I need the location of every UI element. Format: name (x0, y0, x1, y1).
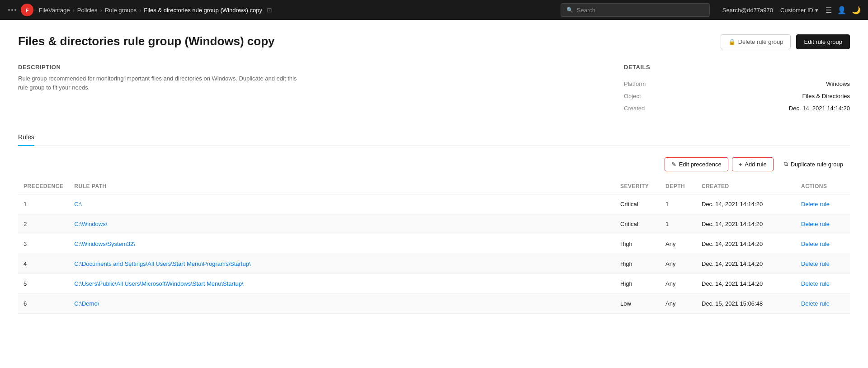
nav-icons: ☰ 👤 🌙 (826, 6, 861, 14)
info-section: Description Rule group recommended for m… (18, 64, 850, 114)
delete-rule-link[interactable]: Delete rule (801, 300, 830, 307)
customer-id-dropdown[interactable]: Customer ID ▾ (780, 7, 818, 14)
cell-rule-path: C:\Demo\ (69, 294, 615, 314)
customer-id-caret-icon: ▾ (815, 7, 818, 14)
cell-severity: Critical (615, 214, 660, 234)
edit-rule-group-label: Edit rule group (804, 38, 842, 45)
delete-rule-group-button[interactable]: 🔒 Delete rule group (721, 34, 791, 49)
cell-depth: Any (660, 274, 696, 294)
object-label: Object (624, 93, 641, 99)
chat-icon[interactable]: ☰ (826, 6, 832, 14)
platform-value: Windows (826, 80, 850, 87)
topnav-right: Search@dd77a970 Customer ID ▾ ☰ 👤 🌙 (722, 6, 861, 14)
cell-rule-path: C:\ (69, 194, 615, 214)
detail-platform: Platform Windows (624, 78, 850, 90)
page-header: Files & directories rule group (Windows)… (18, 34, 850, 49)
edit-pencil-icon: ✎ (671, 161, 676, 168)
th-depth: Depth (660, 179, 696, 194)
cell-precedence: 6 (18, 294, 69, 314)
tab-rules[interactable]: Rules (18, 129, 34, 146)
cell-severity: High (615, 234, 660, 254)
cell-created: Dec. 14, 2021 14:14:20 (696, 274, 796, 294)
delete-rule-link[interactable]: Delete rule (801, 260, 830, 267)
duplicate-rule-group-button[interactable]: ⧉ Duplicate rule group (777, 157, 850, 171)
cell-actions: Delete rule (796, 274, 850, 294)
search-placeholder-text: Search (577, 7, 595, 14)
details-heading: Details (624, 64, 850, 71)
cell-precedence: 3 (18, 234, 69, 254)
user-icon[interactable]: 👤 (837, 6, 846, 14)
search-icon: 🔍 (566, 7, 573, 13)
edit-precedence-label: Edit precedence (679, 161, 722, 168)
cell-actions: Delete rule (796, 294, 850, 314)
cell-depth: 1 (660, 194, 696, 214)
cell-depth: 1 (660, 214, 696, 234)
svg-point-1 (11, 9, 13, 11)
cell-created: Dec. 14, 2021 14:14:20 (696, 234, 796, 254)
delete-rule-link[interactable]: Delete rule (801, 241, 830, 247)
description-heading: Description (18, 64, 624, 71)
page-actions: 🔒 Delete rule group Edit rule group (721, 34, 850, 49)
tabs-bar: Rules (18, 129, 850, 146)
cell-severity: High (615, 274, 660, 294)
table-row: 5 C:\Users\Public\All Users\Microsoft\Wi… (18, 274, 850, 294)
breadcrumb-filevantage[interactable]: FileVantage (39, 7, 70, 14)
add-rule-plus-icon: + (739, 161, 742, 168)
table-row: 1 C:\ Critical 1 Dec. 14, 2021 14:14:20 … (18, 194, 850, 214)
user-email: Search@dd77a970 (722, 7, 773, 14)
rule-path-link[interactable]: C:\Windows\ (74, 221, 107, 227)
cell-precedence: 1 (18, 194, 69, 214)
top-navigation: F FileVantage › Policies › Rule groups ›… (0, 0, 868, 20)
cell-created: Dec. 15, 2021 15:06:48 (696, 294, 796, 314)
add-rule-label: Add rule (745, 161, 766, 168)
cell-rule-path: C:\Windows\ (69, 214, 615, 234)
cell-depth: Any (660, 234, 696, 254)
th-rule-path: Rule path (69, 179, 615, 194)
edit-precedence-button[interactable]: ✎ Edit precedence (665, 157, 728, 171)
duplicate-icon: ⧉ (784, 160, 788, 168)
table-row: 2 C:\Windows\ Critical 1 Dec. 14, 2021 1… (18, 214, 850, 234)
detail-object: Object Files & Directories (624, 90, 850, 102)
rule-path-link[interactable]: C:\Users\Public\All Users\Microsoft\Wind… (74, 280, 243, 287)
table-row: 4 C:\Documents and Settings\All Users\St… (18, 254, 850, 274)
th-created: Created (696, 179, 796, 194)
delete-rule-link[interactable]: Delete rule (801, 221, 830, 227)
detail-created: Created Dec. 14, 2021 14:14:20 (624, 102, 850, 114)
rule-path-link[interactable]: C:\Demo\ (74, 300, 99, 307)
created-label: Created (624, 105, 645, 112)
logo[interactable]: F (7, 4, 33, 16)
rules-table: Precedence Rule path Severity Depth Crea… (18, 179, 850, 314)
rule-path-link[interactable]: C:\Documents and Settings\All Users\Star… (74, 260, 250, 267)
cell-severity: High (615, 254, 660, 274)
cell-created: Dec. 14, 2021 14:14:20 (696, 194, 796, 214)
cell-precedence: 5 (18, 274, 69, 294)
table-body: 1 C:\ Critical 1 Dec. 14, 2021 14:14:20 … (18, 194, 850, 314)
theme-icon[interactable]: 🌙 (852, 6, 861, 14)
cell-precedence: 4 (18, 254, 69, 274)
breadcrumb-policies[interactable]: Policies (77, 7, 98, 14)
svg-point-2 (14, 9, 16, 11)
delete-lock-icon: 🔒 (728, 38, 736, 45)
cell-rule-path: C:\Windows\System32\ (69, 234, 615, 254)
rule-path-link[interactable]: C:\Windows\System32\ (74, 241, 135, 247)
cell-actions: Delete rule (796, 194, 850, 214)
delete-rule-link[interactable]: Delete rule (801, 201, 830, 208)
delete-rule-group-label: Delete rule group (738, 38, 783, 45)
crowdstrike-dots-icon (7, 5, 17, 15)
breadcrumb-current: Files & directories rule group (Windows)… (144, 7, 262, 14)
add-rule-button[interactable]: + Add rule (732, 157, 774, 171)
filevantage-logo-icon: F (21, 4, 33, 16)
cell-actions: Delete rule (796, 254, 850, 274)
delete-rule-link[interactable]: Delete rule (801, 280, 830, 287)
cell-created: Dec. 14, 2021 14:14:20 (696, 254, 796, 274)
rule-path-link[interactable]: C:\ (74, 201, 82, 208)
description-text: Rule group recommended for monitoring im… (18, 74, 307, 92)
edit-rule-group-button[interactable]: Edit rule group (796, 34, 850, 49)
search-bar[interactable]: 🔍 Search (561, 3, 710, 17)
th-actions: Actions (796, 179, 850, 194)
bookmark-icon[interactable]: ⊡ (267, 6, 272, 14)
breadcrumb-rule-groups[interactable]: Rule groups (105, 7, 137, 14)
page-title: Files & directories rule group (Windows)… (18, 34, 275, 48)
created-value: Dec. 14, 2021 14:14:20 (789, 105, 850, 112)
cell-actions: Delete rule (796, 214, 850, 234)
